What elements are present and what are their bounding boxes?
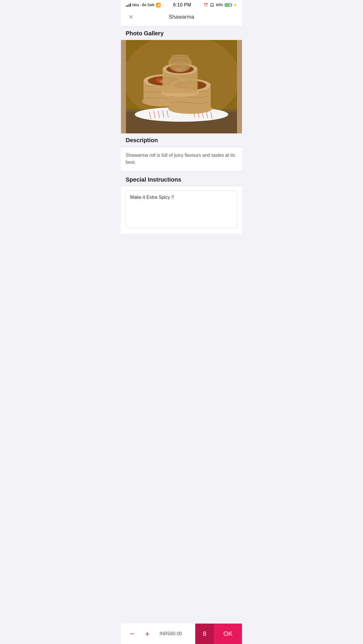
battery-percentage: 84% [216, 3, 223, 7]
photo-gallery-section: Photo Gallery [121, 27, 242, 133]
description-text: Shawarma roll is full of juicy flavours … [121, 147, 242, 170]
description-header: Description [121, 133, 242, 147]
status-bar: Idea - Be Safe 📶 6:10 PM ⏰ 🎧 84% ⚡ [121, 0, 242, 9]
gallery-header: Photo Gallery [121, 27, 242, 40]
carrier-text: Idea - Be Safe [132, 3, 155, 7]
battery-icon [225, 3, 231, 7]
page-title: Shawarma [169, 14, 194, 20]
status-time: 6:10 PM [173, 2, 191, 8]
alarm-icon: ⏰ [204, 3, 208, 7]
svg-rect-43 [171, 55, 189, 66]
status-left: Idea - Be Safe 📶 [126, 3, 161, 7]
nav-header: Shawarma [121, 9, 242, 27]
wifi-icon: 📶 [156, 3, 161, 7]
gallery-title: Photo Gallery [126, 30, 164, 36]
instructions-header: Special Instructions [121, 173, 242, 186]
instructions-input[interactable]: Make it Extra Spicy !! [126, 190, 237, 228]
close-icon [128, 14, 134, 20]
instructions-title: Special Instructions [126, 176, 181, 183]
close-button[interactable] [126, 12, 136, 22]
headphone-icon: 🎧 [210, 3, 214, 7]
status-right: ⏰ 🎧 84% ⚡ [204, 3, 237, 7]
instructions-section: Special Instructions Make it Extra Spicy… [121, 173, 242, 234]
food-image [121, 40, 242, 133]
description-section: Description Shawarma roll is full of jui… [121, 133, 242, 170]
shawarma-illustration [126, 40, 237, 133]
signal-icon [126, 3, 131, 7]
description-title: Description [126, 137, 158, 143]
charging-icon: ⚡ [233, 3, 237, 7]
